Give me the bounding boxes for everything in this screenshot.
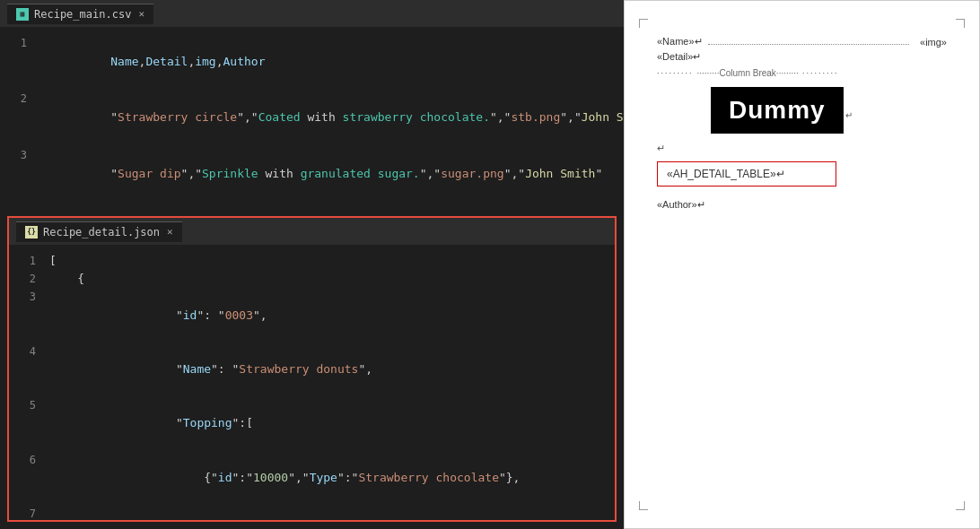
csv-tab-bar: ▦ Recipe_main.csv ✕ [0,0,624,27]
jlc-4: "Name": "Strawberry donuts", [49,343,372,396]
jln-7: 7 [9,506,49,520]
jln-4: 4 [9,343,49,360]
name-field: «Name»↵ [657,36,703,48]
csv-linenum-1: 1 [0,35,40,52]
json-code-area: 1 [ 2 { 3 "id": "0003", 4 "Nam [9,245,615,520]
csv-content-1: Name,Detail,img,Author [40,34,266,90]
column-break-label: ·········Column Break········· [697,68,799,78]
csv-editor: ▦ Recipe_main.csv ✕ 1 Name,Detail,img,Au… [0,0,624,209]
csv-linenum-2: 2 [0,91,40,108]
json-editor-wrapper: {} Recipe_detail.json ✕ 1 [ 2 { 3 "id": [7,216,617,522]
json-line-3: 3 "id": "0003", [9,288,615,342]
json-line-4: 4 "Name": "Strawberry donuts", [9,343,615,396]
json-line-7: 7 {"id":"10002","Type":"Maple"}, [9,505,615,520]
json-tab[interactable]: {} Recipe_detail.json ✕ [16,221,182,242]
jln-3: 3 [9,289,49,306]
json-icon: {} [25,226,38,238]
column-break-dots: ········· [657,68,694,78]
column-break-row: ········· ·········Column Break·········… [657,68,947,78]
jlc-3: "id": "0003", [49,288,267,342]
ah-detail-table-field: «AH_DETAIL_TABLE»↵ [657,161,836,186]
csv-tab-label: Recipe_main.csv [34,8,131,21]
author-row: «Author»↵ [657,199,947,211]
ah-table-label: «AH_DETAIL_TABLE»↵ [667,168,785,180]
img-field: «img» [920,37,947,48]
author-field: «Author»↵ [657,199,705,210]
corner-br [956,501,965,510]
json-line-5: 5 "Topping":[ [9,396,615,450]
csv-line-2: 2 "Strawberry circle","Coated with straw… [0,90,624,145]
csv-linenum-3: 3 [0,147,40,164]
doc-area: «Name»↵ «img» «Detail»↵ ········· ······… [639,19,965,510]
csv-line-3: 3 "Sugar dip","Sprinkle with granulated … [0,146,624,202]
csv-code-area: 1 Name,Detail,img,Author 2 "Strawberry c… [0,27,624,209]
csv-tab[interactable]: ▦ Recipe_main.csv ✕ [7,4,153,24]
csv-content-3: "Sugar dip","Sprinkle with granulated su… [40,146,602,202]
csv-line-1: 1 Name,Detail,img,Author [0,34,624,90]
name-dotted-line [708,35,909,45]
dummy-image-placeholder: Dummy [711,87,844,134]
return-mark: ↵ [657,143,947,154]
jlc-2: { [49,270,84,288]
jlc-7: {"id":"10002","Type":"Maple"}, [49,505,415,520]
csv-content-2: "Strawberry circle","Coated with strawbe… [40,90,659,145]
corner-bl [639,501,648,510]
json-tab-label: Recipe_detail.json [43,226,160,238]
jln-1: 1 [9,253,49,270]
json-line-6: 6 {"id":"10000","Type":"Strawberry choco… [9,451,615,505]
jln-5: 5 [9,397,49,414]
left-panel: ▦ Recipe_main.csv ✕ 1 Name,Detail,img,Au… [0,0,624,529]
jlc-1: [ [49,252,57,270]
doc-content: «Name»↵ «img» «Detail»↵ ········· ······… [639,19,965,227]
json-line-1: 1 [ [9,252,615,270]
json-line-2: 2 { [9,270,615,288]
csv-tab-close[interactable]: ✕ [138,8,144,20]
column-break-dots-2: ········· [802,68,839,78]
jln-2: 2 [9,271,49,288]
right-panel: «Name»↵ «img» «Detail»↵ ········· ······… [624,0,980,529]
json-tab-close[interactable]: ✕ [167,226,173,238]
json-tab-bar: {} Recipe_detail.json ✕ [9,218,615,245]
csv-icon: ▦ [16,8,29,21]
jlc-6: {"id":"10000","Type":"Strawberry chocola… [49,451,520,505]
detail-field: «Detail»↵ [657,51,701,63]
jlc-5: "Topping":[ [49,396,253,450]
jln-6: 6 [9,452,49,469]
